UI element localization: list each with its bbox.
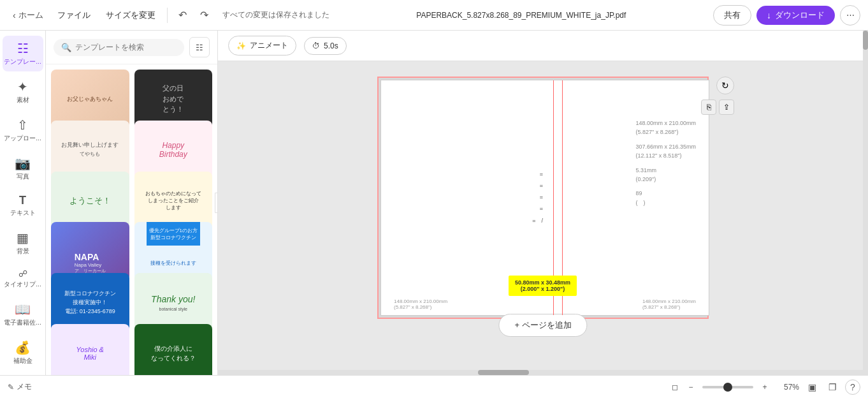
topbar: ‹ ホーム ファイル サイズを変更 ↶ ↷ すべての変更は保存されました PAP… <box>0 0 868 31</box>
topbar-left: ‹ ホーム ファイル サイズを変更 ↶ ↷ すべての変更は保存されました <box>8 5 329 26</box>
template-card-3[interactable]: お見舞い申し上げますてやちも <box>51 121 129 179</box>
fullscreen-button[interactable]: ❐ <box>825 380 840 395</box>
search-icon: 🔍 <box>61 43 71 52</box>
home-button[interactable]: ‹ ホーム <box>8 7 48 24</box>
zoom-value: 57% <box>776 383 799 392</box>
canvas-scroll-area[interactable]: ↻ ⎘ ⇪ = <box>218 61 868 375</box>
zoom-in-button[interactable]: + <box>757 380 772 395</box>
zoom-controls: − + 57% <box>683 380 799 395</box>
upload-icon: ⇧ <box>17 117 28 133</box>
zoom-slider[interactable] <box>702 386 753 388</box>
status-right: ◻ − + 57% ▣ ❐ ? <box>672 380 860 395</box>
spine-lines: = = = = = / <box>532 171 543 225</box>
redo-button[interactable]: ↷ <box>194 5 215 26</box>
sidebar-item-templates[interactable]: ☷ テンプレー... <box>3 36 43 71</box>
dim-label-1: 148.00mm x 210.00mm <box>635 119 696 128</box>
yellow-box-line2: (2.000" x 1.200") <box>515 286 570 292</box>
scrollbar-right[interactable] <box>863 31 868 375</box>
template-card-10[interactable]: Thank you! botanical style <box>134 273 213 332</box>
undo-redo: ↶ ↷ <box>173 5 215 26</box>
tioli-icon: ☍ <box>18 269 27 279</box>
resize-label: サイズを変更 <box>106 10 156 21</box>
dim-label-2: 307.66mm x 216.35mm <box>635 142 696 151</box>
document-page: = = = = = / <box>380 80 709 316</box>
status-left: ✎ メモ <box>8 381 32 392</box>
sidebar-item-subsidy[interactable]: 💰 補助金 <box>3 335 43 371</box>
search-input-wrap: 🔍 <box>54 39 184 56</box>
zoom-out-button[interactable]: − <box>683 380 698 395</box>
photos-icon: 📷 <box>15 156 31 171</box>
template-card-11[interactable]: Yoshio &Miki <box>51 324 129 375</box>
templates-icon: ☷ <box>17 41 29 56</box>
search-bar: 🔍 ☷ <box>46 31 217 64</box>
sidebar-item-background[interactable]: ▦ 背景 <box>3 225 43 261</box>
sidebar-item-upload[interactable]: ⇧ アップロー... <box>3 112 43 148</box>
memo-icon: ✎ <box>8 383 14 392</box>
elements-icon: ✦ <box>17 79 28 94</box>
subsidy-icon: 💰 <box>15 340 31 355</box>
animate-label: アニメート <box>250 40 288 51</box>
undo-button[interactable]: ↶ <box>173 5 193 26</box>
download-button[interactable]: ↓ ダウンロード <box>756 6 835 25</box>
resize-button[interactable]: サイズを変更 <box>99 7 162 24</box>
scrollbar-right-thumb[interactable] <box>863 31 868 50</box>
time-button[interactable]: ⏱ 5.0s <box>304 37 347 55</box>
animate-button[interactable]: ✨ アニメート <box>228 36 296 55</box>
file-label: ファイル <box>57 10 90 21</box>
add-page-button[interactable]: + ページを追加 <box>498 314 587 337</box>
template-card-1[interactable]: お父じゃあちゃん <box>51 70 129 128</box>
memo-button[interactable]: ✎ メモ <box>8 381 32 392</box>
bottom-dim-left: 148.00mm x 210.00mm (5.827" x 8.268") <box>394 298 447 310</box>
dim-label-3-inch: (0.209") <box>635 175 696 184</box>
magic-wand-icon: ✨ <box>236 41 246 50</box>
template-card-4[interactable]: HappyBirthday <box>134 121 213 179</box>
download-icon: ↓ <box>767 10 771 20</box>
spine-right <box>697 80 706 315</box>
file-button[interactable]: ファイル <box>51 7 97 24</box>
topbar-right: 共有 ↓ ダウンロード ⋯ <box>713 5 860 26</box>
dim-label-4: 89 <box>635 189 696 198</box>
more-button[interactable]: ⋯ <box>840 5 860 26</box>
scrollbar-bottom-thumb[interactable] <box>478 370 529 375</box>
share-button[interactable]: 共有 <box>713 5 751 26</box>
search-input[interactable] <box>75 43 177 52</box>
sidebar: ☷ テンプレー... ✦ 素材 ⇧ アップロー... 📷 写真 T テキスト ▦… <box>0 31 46 375</box>
export-icon[interactable]: ⇪ <box>719 100 734 115</box>
template-card-5[interactable]: ようこそ！ <box>51 172 129 230</box>
sidebar-item-text[interactable]: T テキスト <box>3 189 43 223</box>
sidebar-item-ebook[interactable]: 📖 電子書籍佐... <box>3 297 43 332</box>
sidebar-item-tioli[interactable]: ☍ タイオリプ... <box>3 263 43 294</box>
template-card-8[interactable]: 優先グループ1のお方新型コロナワクチン 接種を受けられます <box>134 222 213 281</box>
zoom-slider-thumb[interactable] <box>723 383 732 392</box>
time-label: 5.0s <box>324 41 338 50</box>
templates-panel: 🔍 ☷ お父じゃあちゃん 父の日おめでとう！ お見舞い申し上げますてやち <box>46 31 218 375</box>
template-card-12[interactable]: 僕の介添人になってくれる？ <box>134 324 213 375</box>
yellow-box-line1: 50.80mm x 30.48mm <box>515 279 570 286</box>
copy-icon[interactable]: ⎘ <box>701 100 716 115</box>
dim-label-4-paren: ( ) <box>635 198 696 207</box>
dim-label-2-inch: (12.112" x 8.518") <box>635 151 696 160</box>
clock-icon: ⏱ <box>312 41 320 50</box>
scrollbar-bottom[interactable] <box>218 370 868 375</box>
templates-grid: お父じゃあちゃん 父の日おめでとう！ お見舞い申し上げますてやちも HappyB… <box>46 64 217 375</box>
fit-button[interactable]: ▣ <box>804 380 820 395</box>
dim-label-1-inch: (5.827" x 8.268") <box>635 128 696 136</box>
template-card-9[interactable]: 新型コロナワクチン接種実施中！電話: 01-2345-6789 <box>51 273 129 332</box>
sidebar-item-elements[interactable]: ✦ 素材 <box>3 74 43 110</box>
download-label: ダウンロード <box>775 10 825 21</box>
canvas-area: ✨ アニメート ⏱ 5.0s ↻ ⎘ ⇪ <box>218 31 868 375</box>
ebook-icon: 📖 <box>15 302 31 317</box>
canvas-toolbar: ✨ アニメート ⏱ 5.0s <box>218 31 868 61</box>
template-card-2[interactable]: 父の日おめでとう！ <box>134 70 213 128</box>
dimension-info: 148.00mm x 210.00mm (5.827" x 8.268") 30… <box>635 119 696 207</box>
template-card-6[interactable]: おもちゃのためになってしまったことをご紹介します <box>134 172 213 230</box>
main-content: ☷ テンプレー... ✦ 素材 ⇧ アップロー... 📷 写真 T テキスト ▦… <box>0 31 868 375</box>
yellow-dimension-box: 50.80mm x 30.48mm (2.000" x 1.200") <box>509 276 577 296</box>
template-card-7[interactable]: NAPA Napa Valley ア リーカール <box>51 222 129 281</box>
bottom-dim-right: 148.00mm x 210.00mm (5.827" x 8.268") <box>642 298 696 310</box>
sidebar-item-photos[interactable]: 📷 写真 <box>3 151 43 186</box>
refresh-button[interactable]: ↻ <box>716 77 734 94</box>
help-button[interactable]: ? <box>845 380 860 395</box>
filter-button[interactable]: ☷ <box>189 37 210 57</box>
background-icon: ▦ <box>17 230 29 246</box>
